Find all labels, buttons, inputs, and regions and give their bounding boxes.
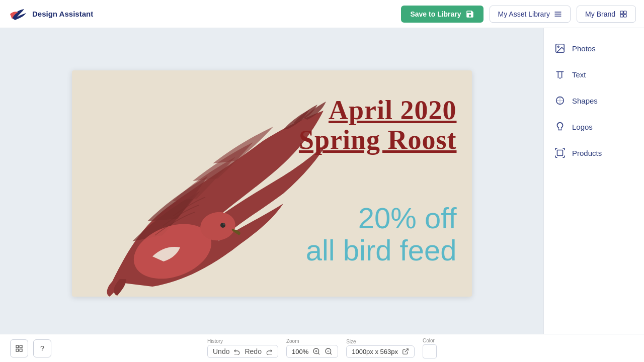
svg-rect-3 bbox=[624, 14, 626, 17]
color-label: Color bbox=[423, 338, 435, 343]
redo-label: Redo bbox=[245, 347, 261, 355]
sidebar-item-logos[interactable]: Logos bbox=[544, 115, 644, 139]
asset-library-label: My Asset Library bbox=[498, 10, 550, 18]
grid-view-button[interactable] bbox=[10, 339, 28, 357]
zoom-control: 100% bbox=[286, 345, 338, 358]
bird-illustration bbox=[72, 70, 334, 297]
zoom-in-icon bbox=[312, 347, 320, 355]
sidebar-item-photos[interactable]: Photos bbox=[544, 36, 644, 60]
canvas-promo-line2: all bird feed bbox=[306, 234, 457, 266]
redo-button[interactable]: Redo bbox=[245, 347, 261, 355]
sidebar-item-text[interactable]: Text bbox=[544, 62, 644, 86]
size-value: 1000px x 563px bbox=[352, 348, 398, 355]
resize-button[interactable] bbox=[402, 348, 409, 355]
undo-label: Undo bbox=[213, 347, 229, 355]
header-actions: Save to Library My Asset Library My Bran… bbox=[401, 6, 636, 23]
zoom-out-button[interactable] bbox=[325, 347, 333, 355]
header: Design Assistant Save to Library My Asse… bbox=[0, 0, 644, 28]
external-link-icon bbox=[402, 348, 409, 355]
text-icon bbox=[554, 68, 566, 80]
brand-label: My Brand bbox=[585, 10, 615, 18]
canvas-area: April 2020 Spring Roost 20% off all bird… bbox=[0, 28, 543, 334]
svg-point-7 bbox=[223, 223, 225, 225]
canvas-promo-line1: 20% off bbox=[306, 202, 457, 234]
size-label: Size bbox=[346, 339, 356, 344]
sidebar-item-shapes[interactable]: Shapes bbox=[544, 88, 644, 113]
svg-rect-2 bbox=[620, 14, 623, 17]
svg-point-6 bbox=[220, 223, 225, 228]
sidebar-shapes-label: Shapes bbox=[572, 97, 598, 105]
help-icon: ? bbox=[40, 344, 44, 352]
sidebar-item-products[interactable]: Products bbox=[544, 141, 644, 165]
sidebar-text-label: Text bbox=[572, 70, 586, 79]
color-swatch[interactable] bbox=[423, 344, 437, 358]
undo-button[interactable]: Undo bbox=[213, 347, 229, 355]
svg-rect-12 bbox=[16, 345, 19, 348]
grid-icon bbox=[15, 344, 23, 352]
shapes-icon bbox=[554, 95, 566, 107]
bottom-toolbar: ? History Undo Redo Zoom 100% bbox=[0, 334, 644, 362]
app-title: Design Assistant bbox=[32, 10, 93, 18]
history-label: History bbox=[207, 338, 223, 344]
save-icon bbox=[465, 10, 474, 19]
main-layout: April 2020 Spring Roost 20% off all bird… bbox=[0, 28, 644, 334]
svg-rect-1 bbox=[624, 11, 626, 14]
zoom-group: Zoom 100% bbox=[286, 338, 338, 358]
zoom-in-button[interactable] bbox=[312, 347, 320, 355]
asset-library-button[interactable]: My Asset Library bbox=[490, 6, 571, 23]
help-button[interactable]: ? bbox=[33, 339, 51, 357]
toolbar-left-icons: ? bbox=[10, 339, 51, 357]
zoom-value: 100% bbox=[292, 348, 308, 355]
logo-icon bbox=[8, 4, 28, 24]
zoom-out-icon bbox=[325, 347, 333, 355]
history-control: Undo Redo bbox=[207, 345, 278, 358]
svg-rect-11 bbox=[557, 150, 563, 156]
sidebar-products-label: Products bbox=[572, 149, 602, 157]
svg-rect-13 bbox=[20, 345, 22, 348]
size-control: 1000px x 563px bbox=[346, 345, 415, 358]
design-canvas[interactable]: April 2020 Spring Roost 20% off all bird… bbox=[72, 70, 472, 297]
size-group: Size 1000px x 563px bbox=[346, 339, 415, 358]
save-to-library-button[interactable]: Save to Library bbox=[401, 6, 483, 23]
photo-icon bbox=[554, 42, 566, 54]
svg-point-9 bbox=[557, 46, 559, 47]
menu-icon bbox=[554, 10, 562, 18]
undo-icon bbox=[233, 348, 240, 355]
zoom-label: Zoom bbox=[286, 338, 299, 344]
redo-icon bbox=[266, 348, 273, 355]
right-sidebar: Photos Text Shapes Logos Products bbox=[543, 28, 644, 334]
brand-icon bbox=[619, 10, 627, 18]
save-label: Save to Library bbox=[410, 10, 461, 18]
svg-line-18 bbox=[405, 349, 408, 352]
canvas-title-text[interactable]: April 2020 Spring Roost bbox=[299, 96, 457, 155]
canvas-title-line2: Spring Roost bbox=[299, 125, 457, 155]
logos-icon bbox=[554, 121, 566, 133]
svg-rect-0 bbox=[620, 11, 623, 14]
canvas-promo-text[interactable]: 20% off all bird feed bbox=[306, 202, 457, 266]
canvas-title-line1: April 2020 bbox=[329, 95, 457, 125]
logo-area: Design Assistant bbox=[8, 4, 395, 24]
products-icon bbox=[554, 147, 566, 159]
svg-rect-15 bbox=[20, 349, 22, 351]
color-group: Color bbox=[423, 338, 437, 358]
svg-rect-14 bbox=[16, 349, 19, 351]
sidebar-logos-label: Logos bbox=[572, 123, 593, 131]
toolbar-controls: History Undo Redo Zoom 100% bbox=[207, 338, 437, 358]
my-brand-button[interactable]: My Brand bbox=[577, 6, 636, 23]
sidebar-photos-label: Photos bbox=[572, 44, 596, 53]
history-group: History Undo Redo bbox=[207, 338, 278, 358]
